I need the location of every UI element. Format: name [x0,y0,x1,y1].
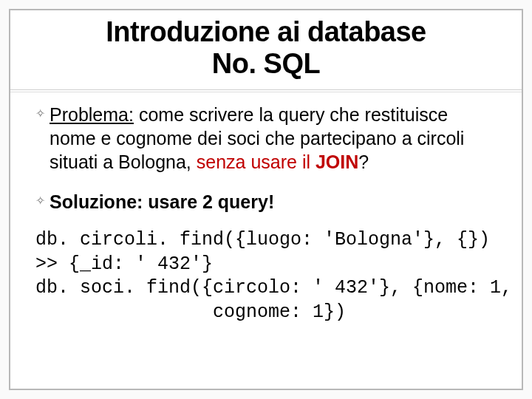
content-area: ✧ Problema: come scrivere la query che r… [10,92,522,324]
title-line-2: No. SQL [212,48,320,79]
slide-frame: Introduzione ai database No. SQL ✧ Probl… [9,9,523,390]
title-line-1: Introduzione ai database [106,16,426,47]
bullet-item: ✧ Problema: come scrivere la query che r… [10,95,522,174]
diamond-icon: ✧ [35,103,45,125]
title-block: Introduzione ai database No. SQL [10,10,522,89]
diamond-icon: ✧ [35,190,45,212]
code-block: db. circoli. find({luogo: 'Bologna'}, {}… [10,214,522,324]
divider [10,89,522,90]
bullet-text: Soluzione: usare 2 query! [50,190,274,214]
slide-title: Introduzione ai database No. SQL [25,16,507,79]
bullet-text: Problema: come scrivere la query che res… [50,103,498,174]
bullet-item: ✧ Soluzione: usare 2 query! [10,174,522,214]
